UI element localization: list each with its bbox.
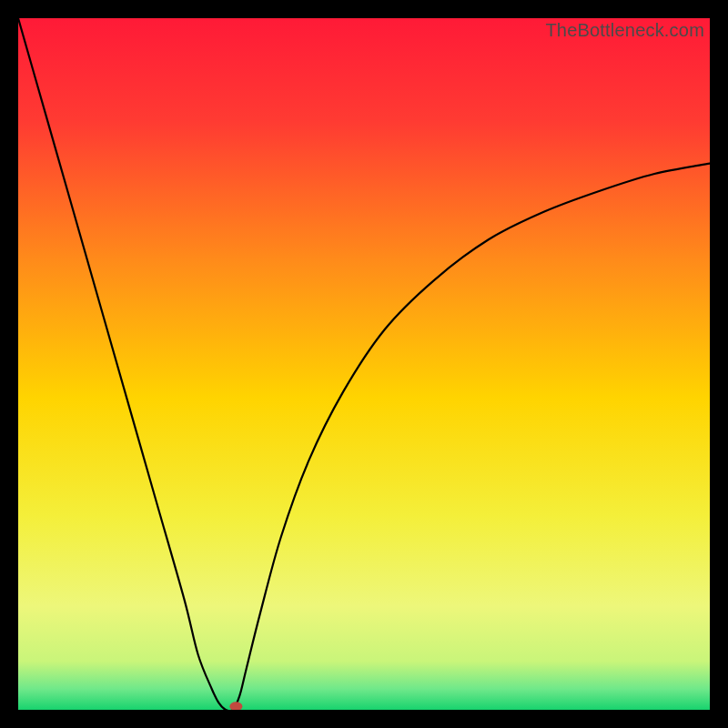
chart-svg	[18, 18, 710, 710]
gradient-background	[18, 18, 710, 710]
chart-frame: TheBottleneck.com	[18, 18, 710, 710]
